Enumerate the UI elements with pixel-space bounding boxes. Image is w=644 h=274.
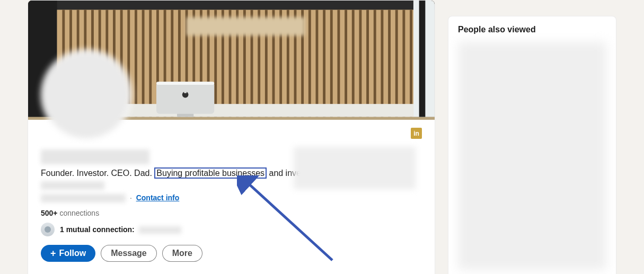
svg-rect-18 [149,10,152,117]
action-buttons: + Follow Message More [41,245,422,262]
svg-rect-47 [359,10,361,117]
svg-rect-42 [323,10,325,117]
mutual-connections-row[interactable]: 1 mutual connection: [41,223,422,236]
side-card-list[interactable] [458,42,606,270]
side-card-title: People also viewed [458,25,606,34]
mutual-label: 1 mutual connection: [60,225,135,234]
profile-card: in Founder. Investor. CEO. Dad. Buying p… [28,0,435,274]
svg-rect-17 [142,10,145,117]
plus-icon: + [50,249,56,258]
svg-rect-58 [156,82,214,85]
svg-rect-59 [177,114,193,117]
svg-rect-49 [374,10,376,117]
company-section[interactable] [294,147,416,189]
svg-rect-46 [352,10,355,117]
svg-rect-43 [330,10,333,117]
connections-count[interactable]: 500+ connections [41,209,422,217]
message-button[interactable]: Message [101,245,157,262]
linkedin-icon: in [411,128,422,139]
connections-label: connections [58,209,100,217]
svg-rect-1 [28,1,435,10]
svg-rect-51 [388,10,391,117]
mutual-name [139,226,181,234]
avatar[interactable] [41,49,132,140]
svg-rect-45 [345,10,347,117]
connections-number: 500+ [41,209,58,217]
svg-rect-4 [419,1,426,117]
follow-label: Follow [59,249,86,258]
svg-rect-55 [187,17,305,36]
svg-rect-40 [308,10,311,117]
svg-rect-52 [395,10,398,117]
separator-dot: · [130,193,132,202]
svg-rect-44 [337,10,340,117]
svg-rect-48 [366,10,369,117]
headline-company [41,181,104,190]
svg-rect-53 [402,10,405,117]
svg-rect-50 [381,10,383,117]
follow-button[interactable]: + Follow [41,245,95,262]
location-row: · Contact info [41,193,422,202]
svg-rect-54 [410,10,412,117]
location-text [41,194,126,202]
svg-rect-16 [135,10,137,117]
mutual-avatar-icon [41,223,55,236]
headline-highlight: Buying profitable businesses [154,167,267,179]
headline-prefix: Founder. Investor. CEO. Dad. [41,169,152,178]
profile-name[interactable] [41,149,149,164]
svg-rect-41 [316,10,319,117]
more-button[interactable]: More [162,245,202,262]
contact-info-link[interactable]: Contact info [136,193,180,202]
svg-rect-60 [184,91,187,93]
people-also-viewed-card: People also viewed [448,16,616,274]
